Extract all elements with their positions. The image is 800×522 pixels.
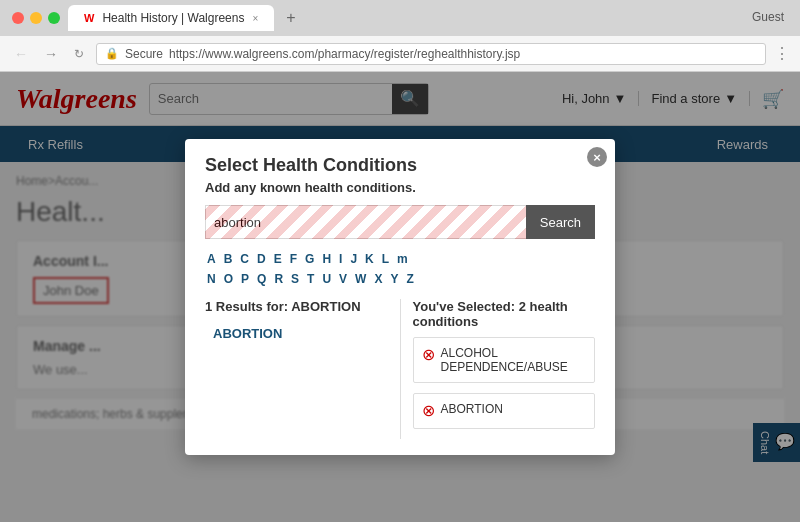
refresh-button[interactable]: ↻ [70,45,88,63]
page-background: Walgreens 🔍 Hi, John ▼ Find a store ▼ 🛒 … [0,72,800,522]
search-results-panel: 1 Results for: ABORTION ABORTION [205,299,401,439]
tab-favicon: W [84,12,94,24]
maximize-traffic-light[interactable] [48,12,60,24]
browser-chrome: W Health History | Walgreens × + Guest ←… [0,0,800,72]
more-options-button[interactable]: ⋮ [774,44,790,63]
guest-label: Guest [752,10,784,24]
remove-abortion-button[interactable]: ⊗ [422,401,435,420]
alpha-K[interactable]: K [363,251,376,267]
alpha-T[interactable]: T [305,271,316,287]
secure-label: Secure [125,47,163,61]
tab-close-button[interactable]: × [252,13,258,24]
alpha-Q[interactable]: Q [255,271,268,287]
alpha-U[interactable]: U [320,271,333,287]
browser-tab[interactable]: W Health History | Walgreens × [68,5,274,31]
alpha-Z[interactable]: Z [404,271,415,287]
selected-conditions-panel: You've Selected: 2 health conditions ⊗ A… [401,299,596,439]
back-button[interactable]: ← [10,44,32,64]
modal-overlay: × Select Health Conditions Add any known… [0,72,800,522]
alpha-S[interactable]: S [289,271,301,287]
alpha-m[interactable]: m [395,251,410,267]
secure-icon: 🔒 [105,47,119,60]
search-row: Search [205,205,595,239]
title-bar: W Health History | Walgreens × + Guest [0,0,800,36]
alpha-E[interactable]: E [272,251,284,267]
alpha-Y[interactable]: Y [388,271,400,287]
health-conditions-modal: × Select Health Conditions Add any known… [185,139,615,455]
alpha-C[interactable]: C [238,251,251,267]
traffic-lights [12,12,60,24]
alphabet-row-2: N O P Q R S T U V W X Y Z [205,271,595,287]
minimize-traffic-light[interactable] [30,12,42,24]
search-input-wrap [205,205,526,239]
alphabet-row-1: A B C D E F G H I J K L m [205,251,595,267]
result-item-abortion[interactable]: ABORTION [205,322,388,345]
results-count-header: 1 Results for: ABORTION [205,299,388,314]
selected-alcohol-label: ALCOHOL DEPENDENCE/ABUSE [441,346,587,374]
url-text: https://www.walgreens.com/pharmacy/regis… [169,47,520,61]
modal-close-button[interactable]: × [587,147,607,167]
results-area: 1 Results for: ABORTION ABORTION You've … [205,299,595,439]
selected-item-alcohol: ⊗ ALCOHOL DEPENDENCE/ABUSE [413,337,596,383]
alpha-L[interactable]: L [380,251,391,267]
selected-abortion-label: ABORTION [441,402,503,416]
alpha-V[interactable]: V [337,271,349,287]
alpha-N[interactable]: N [205,271,218,287]
alpha-O[interactable]: O [222,271,235,287]
alpha-I[interactable]: I [337,251,344,267]
modal-subtitle: Add any known health conditions. [205,180,595,195]
alpha-F[interactable]: F [288,251,299,267]
address-bar: ← → ↻ 🔒 Secure https://www.walgreens.com… [0,36,800,72]
alpha-D[interactable]: D [255,251,268,267]
alpha-B[interactable]: B [222,251,235,267]
address-input[interactable]: 🔒 Secure https://www.walgreens.com/pharm… [96,43,766,65]
remove-alcohol-button[interactable]: ⊗ [422,345,435,364]
tab-title: Health History | Walgreens [102,11,244,25]
new-tab-button[interactable]: + [286,9,295,27]
alpha-P[interactable]: P [239,271,251,287]
results-list: ABORTION [205,322,388,345]
close-traffic-light[interactable] [12,12,24,24]
alpha-X[interactable]: X [372,271,384,287]
alpha-W[interactable]: W [353,271,368,287]
condition-search-input[interactable] [205,205,526,239]
selected-count-header: You've Selected: 2 health conditions [413,299,596,329]
alpha-G[interactable]: G [303,251,316,267]
selected-list: ⊗ ALCOHOL DEPENDENCE/ABUSE ⊗ ABORTION [413,337,596,429]
modal-title: Select Health Conditions [205,155,595,176]
modal-body: Select Health Conditions Add any known h… [185,139,615,455]
alpha-A[interactable]: A [205,251,218,267]
alpha-J[interactable]: J [348,251,359,267]
alpha-H[interactable]: H [320,251,333,267]
condition-search-button[interactable]: Search [526,205,595,239]
forward-button[interactable]: → [40,44,62,64]
alpha-R[interactable]: R [272,271,285,287]
selected-item-abortion: ⊗ ABORTION [413,393,596,429]
